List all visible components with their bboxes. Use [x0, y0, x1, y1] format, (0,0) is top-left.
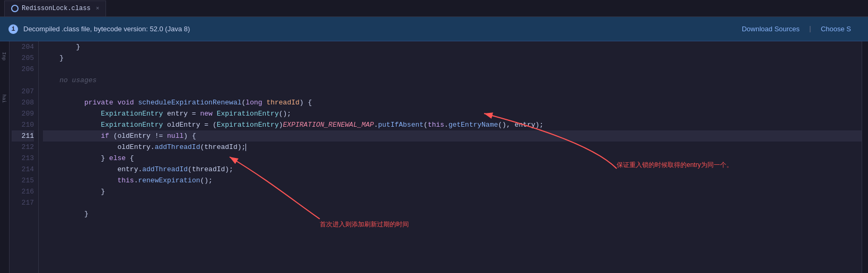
code-line-217: }	[43, 197, 862, 208]
code-line-204: }	[43, 41, 862, 52]
choose-button[interactable]: Choose S	[812, 23, 860, 35]
tab-bar: RedissonLock.class ×	[0, 0, 868, 17]
line-num-205: 205	[12, 52, 34, 64]
info-banner: i Decompiled .class file, bytecode versi…	[0, 17, 868, 41]
code-line-205: }	[43, 52, 862, 64]
code-editor[interactable]: } } no usages private void scheduleExpir…	[39, 41, 862, 273]
banner-actions: Download Sources | Choose S	[733, 23, 860, 35]
line-num-215: 215	[12, 175, 34, 186]
line-num-209: 209	[12, 108, 34, 119]
line-num-213: 213	[12, 153, 34, 164]
file-tab-icon	[11, 5, 19, 12]
line-num-217: 217	[12, 197, 34, 208]
code-line-216	[43, 186, 862, 197]
line-num-207: 207	[12, 86, 34, 97]
tab-label: RedissonLock.class	[22, 5, 91, 12]
line-num-208: 208	[12, 97, 34, 108]
code-line-206	[43, 64, 862, 75]
line-num-blank1	[12, 75, 34, 86]
banner-message: Decompiled .class file, bytecode version…	[23, 25, 190, 33]
line-num-214: 214	[12, 164, 34, 175]
annotation-label-1: 保证重入锁的时候取得的entry为同一个。	[617, 161, 733, 170]
line-num-206: 206	[12, 64, 34, 75]
left-label-mid: hai	[1, 94, 6, 103]
tab-close-button[interactable]: ×	[96, 5, 100, 12]
annotation-label-2: 首次进入则添加刷新过期的时间	[320, 220, 409, 229]
code-line-207: private void scheduleExpirationRenewal(l…	[43, 86, 862, 97]
line-num-212: 212	[12, 142, 34, 153]
line-num-210: 210	[12, 119, 34, 130]
code-line-usages: no usages	[43, 75, 862, 86]
file-tab[interactable]: RedissonLock.class ×	[4, 1, 106, 16]
banner-separator: |	[808, 25, 812, 33]
editor-area: Inp hai 204 205 206 207 208 209 210 211 …	[0, 41, 868, 273]
download-sources-button[interactable]: Download Sources	[733, 23, 808, 35]
line-num-216: 216	[12, 186, 34, 197]
line-num-204: 204	[12, 41, 34, 52]
line-numbers: 204 205 206 207 208 209 210 211 212 213 …	[10, 41, 39, 273]
right-scrollbar[interactable]	[862, 41, 868, 273]
left-gutter: Inp hai	[0, 41, 10, 273]
banner-left: i Decompiled .class file, bytecode versi…	[8, 24, 190, 34]
left-label-top: Inp	[1, 52, 6, 60]
line-num-211: 211	[12, 130, 34, 142]
code-line-213: entry.addThreadId(threadId);	[43, 153, 862, 164]
info-icon: i	[8, 24, 18, 34]
